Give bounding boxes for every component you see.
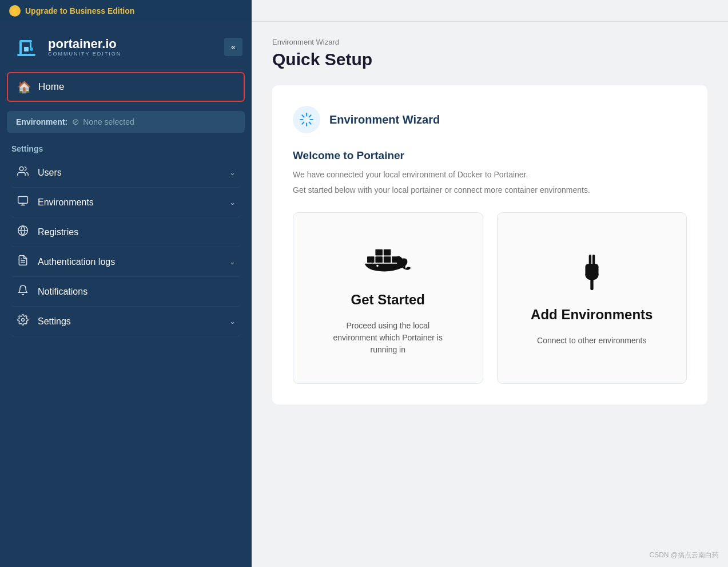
sidebar-header: portainer.io COMMUNITY EDITION «: [0, 22, 252, 72]
registries-label: Registries: [38, 227, 236, 237]
svg-point-7: [19, 167, 23, 171]
add-environments-title: Add Environments: [531, 307, 653, 323]
users-chevron: ⌄: [229, 168, 236, 177]
environments-chevron: ⌄: [229, 198, 236, 207]
sidebar-item-auth-logs[interactable]: Authentication logs ⌄: [11, 247, 240, 277]
environment-selector[interactable]: Environment: ⊘ None selected: [7, 111, 245, 133]
svg-line-21: [302, 122, 304, 124]
sidebar-item-registries[interactable]: Registries: [11, 217, 240, 247]
home-icon: 🏠: [17, 80, 31, 94]
svg-line-17: [302, 115, 304, 117]
wizard-icon: [299, 112, 314, 127]
sidebar-item-users[interactable]: Users ⌄: [11, 158, 240, 188]
home-nav-item[interactable]: 🏠 Home: [7, 72, 245, 102]
wizard-card: Environment Wizard Welcome to Portainer …: [272, 85, 707, 405]
svg-rect-31: [588, 255, 591, 265]
get-started-card[interactable]: Get Started Proceed using the local envi…: [293, 212, 483, 384]
logo-area: portainer.io COMMUNITY EDITION: [11, 32, 121, 62]
settings-section-title: Settings: [11, 144, 240, 153]
add-environments-desc: Connect to other environments: [537, 335, 646, 347]
upgrade-banner[interactable]: ⚡ Upgrade to Business Edition: [0, 0, 252, 22]
environment-value: None selected: [83, 117, 134, 126]
wizard-title: Environment Wizard: [329, 113, 440, 126]
registries-icon: [16, 225, 30, 239]
get-started-title: Get Started: [351, 292, 425, 308]
portainer-logo-icon: [11, 32, 41, 62]
svg-point-14: [22, 319, 25, 322]
svg-rect-24: [376, 256, 383, 263]
auth-logs-chevron: ⌄: [229, 257, 236, 266]
add-environments-card[interactable]: Add Environments Connect to other enviro…: [497, 212, 687, 384]
breadcrumb: Environment Wizard: [272, 38, 707, 46]
welcome-title: Welcome to Portainer: [293, 149, 687, 162]
svg-rect-27: [384, 249, 391, 256]
svg-rect-25: [384, 256, 391, 263]
watermark: CSDN @搞点云南白药: [649, 550, 719, 560]
docker-whale-icon: [362, 240, 413, 280]
settings-section: Settings Users ⌄ Environments ⌄: [0, 144, 252, 336]
svg-point-29: [376, 265, 379, 267]
svg-line-18: [309, 122, 311, 124]
home-label: Home: [38, 81, 64, 93]
page-title: Quick Setup: [272, 50, 707, 69]
svg-rect-26: [376, 249, 383, 256]
no-environment-icon: ⊘: [72, 117, 79, 127]
svg-rect-32: [592, 255, 595, 265]
main-content: Environment Wizard Quick Setup Environme…: [252, 22, 728, 567]
auth-logs-icon: [16, 255, 30, 269]
svg-point-6: [30, 47, 33, 51]
users-label: Users: [38, 168, 221, 178]
wizard-icon-wrap: [293, 106, 320, 133]
environments-label: Environments: [38, 197, 221, 208]
logo-name: portainer.io: [48, 37, 121, 51]
svg-line-22: [309, 115, 311, 117]
svg-rect-2: [19, 41, 22, 55]
notifications-label: Notifications: [38, 287, 236, 297]
environment-label: Environment:: [16, 117, 67, 126]
upgrade-label: Upgrade to Business Edition: [25, 6, 134, 15]
environment-value-wrapper: ⊘ None selected: [72, 117, 134, 127]
sidebar-item-environments[interactable]: Environments ⌄: [11, 188, 240, 217]
wizard-header: Environment Wizard: [293, 106, 687, 133]
svg-rect-3: [19, 40, 32, 42]
sidebar: portainer.io COMMUNITY EDITION « 🏠 Home …: [0, 22, 252, 567]
settings-label: Settings: [38, 316, 221, 327]
welcome-text-1: We have connected your local environment…: [293, 169, 687, 181]
upgrade-icon: ⚡: [9, 5, 21, 17]
svg-rect-5: [24, 47, 29, 51]
auth-logs-label: Authentication logs: [38, 257, 221, 267]
logo-subtitle: COMMUNITY EDITION: [48, 51, 121, 57]
action-cards: Get Started Proceed using the local envi…: [293, 212, 687, 384]
environments-icon: [16, 195, 30, 209]
sidebar-item-settings[interactable]: Settings ⌄: [11, 307, 240, 336]
plug-icon: [572, 249, 612, 295]
users-icon: [16, 165, 30, 180]
svg-rect-8: [18, 197, 28, 204]
logo-text: portainer.io COMMUNITY EDITION: [48, 37, 121, 57]
collapse-sidebar-button[interactable]: «: [224, 38, 242, 56]
get-started-desc: Proceed using the local environment whic…: [331, 320, 445, 356]
sidebar-item-notifications[interactable]: Notifications: [11, 277, 240, 307]
settings-chevron: ⌄: [229, 317, 236, 326]
settings-icon: [16, 314, 30, 328]
notifications-icon: [16, 284, 30, 299]
welcome-text-2: Get started below with your local portai…: [293, 184, 687, 196]
